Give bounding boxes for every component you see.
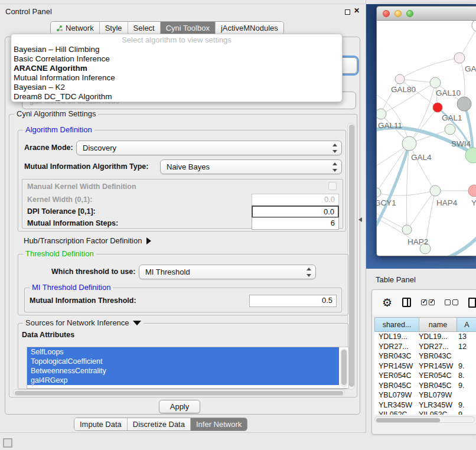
table-row[interactable]: YBR043CYBR043C (374, 351, 476, 361)
column-header-shared[interactable]: shared... (374, 317, 419, 332)
table-row[interactable]: YBR045CYBR045C9. (374, 381, 476, 391)
tab-infer-network[interactable]: Infer Network (191, 418, 247, 431)
mi-algorithm-type-combobox[interactable]: Naive Bayes (160, 159, 342, 174)
data-attributes-list: SelfLoops TopologicalCoefficient Between… (27, 347, 349, 389)
node-gray[interactable] (457, 97, 471, 111)
kernel-settings-box: Manual Kernel Width Definition Kernel Wi… (22, 179, 343, 229)
node-gal11[interactable] (377, 109, 386, 119)
hub-definition-toggle[interactable]: Hub/Transcription Factor Definition (24, 236, 151, 245)
popup-item[interactable]: Dream8 DC_TDC Algorithm (11, 92, 342, 102)
popup-item[interactable]: Bayesian – Hill Climbing (11, 45, 342, 54)
application-root: Control Panel ✕ Network Style Select Cyn… (0, 0, 476, 450)
mi-type-label: Mutual Information Algorithm Type: (24, 162, 148, 171)
label-hap4: HAP4 (436, 198, 458, 207)
which-threshold-combobox[interactable]: MI Threshold (139, 265, 316, 279)
table-panel-title: Table Panel (376, 275, 416, 284)
float-window-icon[interactable] (345, 9, 350, 15)
cyni-algorithm-settings-group: Cyni Algorithm Settings Algorithm Defini… (9, 114, 357, 397)
settings-hscrollbar[interactable] (13, 389, 345, 396)
column-header-name[interactable]: name (419, 317, 457, 332)
network-canvas[interactable]: GAL GAL80 GAL10 GAL1 GAL11 SWI4 GAL4 GCY… (377, 21, 476, 256)
threshold-definition-title: Threshold Definition (23, 249, 96, 258)
list-item[interactable]: gal4RGexp (27, 376, 339, 385)
collapsed-panel-icon[interactable] (3, 438, 12, 448)
spinner-arrows-icon (305, 268, 312, 277)
label-gal11: GAL11 (378, 121, 402, 130)
label-hap2: HAP2 (407, 237, 428, 246)
network-window-titlebar[interactable] (377, 6, 476, 21)
data-attributes-label: Data Attributes (22, 331, 74, 339)
panel-splitter-handle[interactable] (358, 217, 362, 222)
tab-network[interactable]: Network (51, 22, 100, 34)
node-gal10[interactable] (430, 77, 441, 88)
deselect-all-icon[interactable] (445, 299, 458, 305)
tab-select[interactable]: Select (128, 22, 161, 34)
close-icon[interactable]: ✕ (354, 6, 360, 15)
network-view-window[interactable]: GAL GAL80 GAL10 GAL1 GAL11 SWI4 GAL4 GCY… (376, 6, 476, 256)
column-header-partial[interactable]: A (457, 317, 476, 332)
sources-title[interactable]: Sources for Network Inference (23, 318, 144, 327)
node-gal1-red[interactable] (433, 103, 442, 112)
apply-button[interactable]: Apply (159, 400, 200, 413)
mi-threshold-field[interactable]: 0.5 (249, 295, 337, 307)
attr-list-vscrollbar[interactable] (340, 348, 348, 387)
table-row[interactable]: YDL19...YDL19...13 (374, 332, 476, 342)
table-row[interactable]: YDR27...YDR27...12 (374, 342, 476, 352)
mi-steps-field[interactable]: 6 (252, 217, 339, 230)
list-item[interactable]: BetweennessCentrality (27, 366, 339, 376)
control-panel-titlebar: Control Panel ✕ (0, 4, 366, 19)
tab-discretize-data[interactable]: Discretize Data (128, 418, 191, 431)
gear-icon[interactable]: ⚙ (382, 297, 392, 308)
node-salmon[interactable] (468, 185, 476, 197)
node-hap2[interactable] (402, 225, 412, 234)
node-gal-partial[interactable] (454, 53, 465, 63)
node-partial-top[interactable] (472, 21, 476, 32)
node-swi4[interactable] (445, 124, 455, 135)
table-row[interactable]: YER054CYER054C8. (374, 371, 476, 381)
table-hscrollbar[interactable] (374, 416, 475, 423)
aracne-mode-label: Aracne Mode: (24, 144, 73, 152)
tab-jactivemnodules[interactable]: jActiveMNodules (216, 22, 283, 34)
kernel-width-label: Kernel Width (0,1): (27, 195, 92, 204)
label-gal80: GAL80 (391, 85, 416, 94)
tab-cyni-toolbox[interactable]: Cyni Toolbox (161, 22, 216, 34)
list-item[interactable]: TopologicalCoefficient (27, 357, 339, 366)
mi-threshold-definition-title: MI Threshold Definition (30, 283, 113, 292)
list-item[interactable]: SelfLoops (27, 347, 339, 357)
threshold-definition-group: Threshold Definition Which threshold to … (18, 254, 348, 315)
popup-item[interactable]: Basic Correlation Inference (11, 54, 342, 64)
close-traffic-icon[interactable] (383, 10, 390, 17)
tab-impute-data[interactable]: Impute Data (74, 418, 128, 431)
popup-item-selected[interactable]: ARACNE Algorithm (11, 64, 342, 73)
table-row[interactable]: YIL052CYIL052C9 (374, 410, 476, 415)
split-columns-icon[interactable] (402, 298, 411, 307)
dpi-tolerance-field[interactable]: 0.0 (252, 206, 339, 218)
mi-threshold-label: Mutual Information Threshold: (30, 296, 136, 305)
which-threshold-label: Which threshold to use: (51, 268, 135, 276)
node-hap4[interactable] (430, 185, 441, 196)
spinner-arrows-icon (331, 144, 338, 153)
node-gal4[interactable] (402, 136, 416, 151)
manual-kernel-checkbox[interactable] (328, 182, 337, 190)
select-all-icon[interactable] (421, 299, 435, 305)
table-row[interactable]: YPR145WYPR145W9. (374, 361, 476, 371)
new-table-icon[interactable] (468, 298, 476, 308)
network-icon (56, 25, 63, 32)
minimize-traffic-icon[interactable] (395, 10, 402, 17)
zoom-traffic-icon[interactable] (406, 10, 413, 17)
node-gal80[interactable] (395, 74, 405, 84)
mi-threshold-definition-group: MI Threshold Definition Mutual Informati… (24, 288, 342, 312)
table-panel: ⚙ shared... name A YDL19...YDL19...13 YD… (371, 289, 476, 435)
table-row[interactable]: YBL079WYBL079W (374, 390, 476, 400)
kernel-width-field[interactable]: 0.0 (252, 194, 339, 206)
node-gcy1[interactable] (377, 188, 381, 197)
table-row[interactable]: YLR345WYLR345W9. (374, 400, 476, 410)
popup-item[interactable]: Mutual Information Inference (11, 73, 342, 83)
label-swi4: SWI4 (451, 139, 471, 148)
network-desktop: GAL GAL80 GAL10 GAL1 GAL11 SWI4 GAL4 GCY… (366, 4, 476, 269)
label-gal: GAL (465, 64, 476, 73)
spinner-arrows-icon (331, 162, 338, 172)
popup-item[interactable]: Bayesian – K2 (11, 83, 342, 92)
aracne-mode-combobox[interactable]: Discovery (76, 141, 342, 155)
tab-style[interactable]: Style (100, 22, 128, 34)
